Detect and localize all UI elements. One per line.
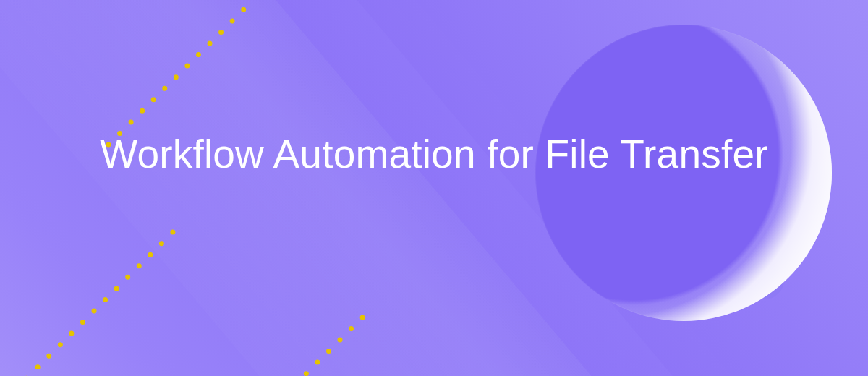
hero-banner: Workflow Automation for File Transfer (0, 0, 868, 376)
svg-line-0 (109, 0, 253, 145)
dotted-line-bottom-center (231, 304, 376, 376)
dotted-line-bottom-left (0, 224, 181, 376)
svg-line-1 (0, 231, 174, 376)
hero-title: Workflow Automation for File Transfer (0, 129, 868, 179)
svg-line-2 (239, 311, 369, 376)
